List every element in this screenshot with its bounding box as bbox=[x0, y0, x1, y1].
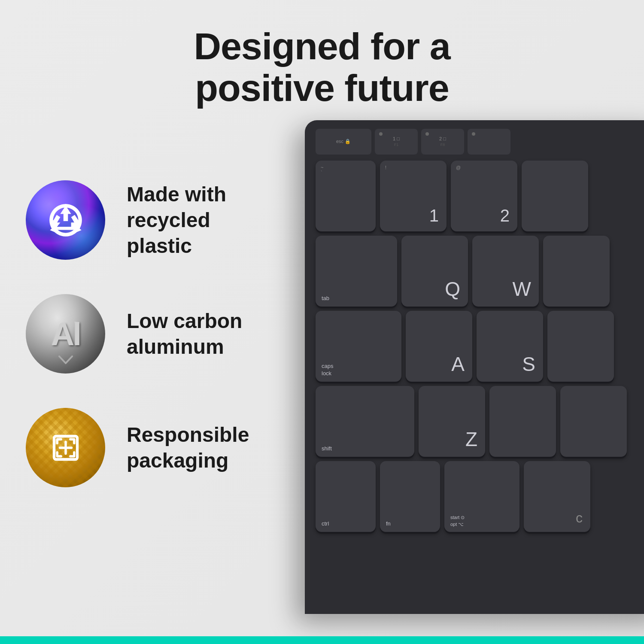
f8-label: 2 □F8 bbox=[439, 136, 446, 147]
ctrl-label: ctrl bbox=[322, 520, 329, 528]
number-row: ~` ! 1 @ 2 bbox=[316, 161, 644, 231]
ctrl-key[interactable]: ctrl bbox=[316, 461, 376, 532]
title-line2: positive future bbox=[195, 67, 449, 109]
page-container: Designed for a positive future bbox=[0, 0, 644, 644]
w-key[interactable]: W bbox=[472, 236, 539, 307]
e-key[interactable] bbox=[543, 236, 610, 307]
feature-label-line1: Made with bbox=[127, 183, 226, 206]
tilde-key[interactable]: ~` bbox=[316, 161, 376, 231]
start-key[interactable]: start ⊙opt ⌥ bbox=[444, 461, 519, 532]
zxcv-row: shift Z bbox=[316, 386, 644, 457]
f1-label: 1 □F1 bbox=[393, 136, 400, 147]
fn-label: fn bbox=[386, 520, 391, 528]
packaging-label-line1: Responsible bbox=[127, 423, 249, 446]
2-key[interactable]: @ 2 bbox=[451, 161, 517, 231]
feature-recycled-plastic: Made with recycled plastic bbox=[26, 180, 275, 260]
packaging-label: Responsible packaging bbox=[127, 422, 275, 474]
q-letter: Q bbox=[445, 277, 460, 301]
aluminum-icon: Al bbox=[26, 294, 105, 374]
f1-key[interactable]: 1 □F1 bbox=[375, 129, 418, 155]
tilde-sub: ~` bbox=[321, 165, 323, 175]
2-letter: 2 bbox=[500, 206, 510, 225]
esc-key[interactable]: esc 🔒 bbox=[316, 129, 371, 155]
q-key[interactable]: Q bbox=[401, 236, 468, 307]
x-key[interactable] bbox=[489, 386, 556, 457]
a-key[interactable]: A bbox=[406, 311, 472, 382]
aluminum-label-line2: aluminum bbox=[127, 335, 224, 358]
down-arrow-svg bbox=[57, 355, 74, 364]
title-line1: Designed for a bbox=[194, 25, 450, 67]
tab-key[interactable]: tab bbox=[316, 236, 397, 307]
2-sub: @ bbox=[456, 165, 461, 170]
bottom-accent-bar bbox=[0, 636, 644, 644]
d-key[interactable] bbox=[547, 311, 614, 382]
caps-key[interactable]: capslock bbox=[316, 311, 401, 382]
packaging-label-line2: packaging bbox=[127, 449, 228, 472]
w-letter: W bbox=[513, 277, 531, 301]
title-section: Designed for a positive future bbox=[0, 26, 644, 109]
feature-aluminum: Al Low carbon aluminum bbox=[26, 294, 275, 374]
features-section: Made with recycled plastic Al Low carbon… bbox=[26, 180, 275, 522]
recycle-symbol-svg bbox=[43, 197, 88, 243]
s-key[interactable]: S bbox=[477, 311, 543, 382]
fn-key-row: esc 🔒 1 □F1 2 □F8 bbox=[313, 129, 644, 155]
1-sub: ! bbox=[385, 165, 386, 170]
c-bottom-key[interactable]: c bbox=[524, 461, 590, 532]
packaging-icon bbox=[26, 408, 105, 487]
aluminum-text: Al bbox=[51, 316, 80, 352]
shift-key[interactable]: shift bbox=[316, 386, 414, 457]
fn-key-bottom[interactable]: fn bbox=[380, 461, 440, 532]
keyboard-section: esc 🔒 1 □F1 2 □F8 ~` bbox=[305, 120, 644, 614]
bottom-row: ctrl fn start ⊙opt ⌥ c bbox=[316, 461, 644, 532]
packaging-feature-text: Responsible packaging bbox=[127, 422, 275, 474]
start-label: start ⊙opt ⌥ bbox=[450, 514, 465, 528]
f9-indicator bbox=[472, 132, 475, 136]
asdf-row: capslock A S bbox=[316, 311, 644, 382]
c-key[interactable] bbox=[560, 386, 627, 457]
a-letter: A bbox=[451, 352, 465, 376]
recycled-plastic-text: Made with recycled plastic bbox=[127, 182, 275, 259]
feature-label-line2: recycled plastic bbox=[127, 209, 210, 257]
qwerty-row: tab Q W bbox=[316, 236, 644, 307]
f8-key[interactable]: 2 □F8 bbox=[421, 129, 464, 155]
z-letter: Z bbox=[465, 428, 477, 451]
aluminum-label: Low carbon aluminum bbox=[127, 308, 275, 360]
feature-packaging: Responsible packaging bbox=[26, 408, 275, 487]
tab-label: tab bbox=[322, 295, 329, 302]
f8-indicator bbox=[425, 132, 429, 136]
packaging-box-svg bbox=[46, 428, 85, 467]
main-title: Designed for a positive future bbox=[0, 26, 644, 109]
s-letter: S bbox=[522, 352, 535, 376]
c-bottom-letter: c bbox=[576, 510, 583, 526]
aluminum-label-line1: Low carbon bbox=[127, 310, 242, 332]
f1-indicator bbox=[379, 132, 383, 136]
recycled-plastic-icon bbox=[26, 180, 105, 260]
caps-label: capslock bbox=[322, 363, 333, 377]
esc-label: esc 🔒 bbox=[336, 139, 351, 144]
keys-area: ~` ! 1 @ 2 tab bbox=[313, 161, 644, 532]
1-letter: 1 bbox=[429, 206, 439, 225]
f9-key[interactable] bbox=[468, 129, 510, 155]
3-key[interactable] bbox=[522, 161, 588, 231]
aluminum-feature-text: Low carbon aluminum bbox=[127, 308, 275, 360]
z-key[interactable]: Z bbox=[419, 386, 485, 457]
shift-label: shift bbox=[322, 445, 332, 453]
1-key[interactable]: ! 1 bbox=[380, 161, 447, 231]
recycled-plastic-label: Made with recycled plastic bbox=[127, 182, 275, 259]
keyboard-body: esc 🔒 1 □F1 2 □F8 ~` bbox=[305, 120, 644, 614]
